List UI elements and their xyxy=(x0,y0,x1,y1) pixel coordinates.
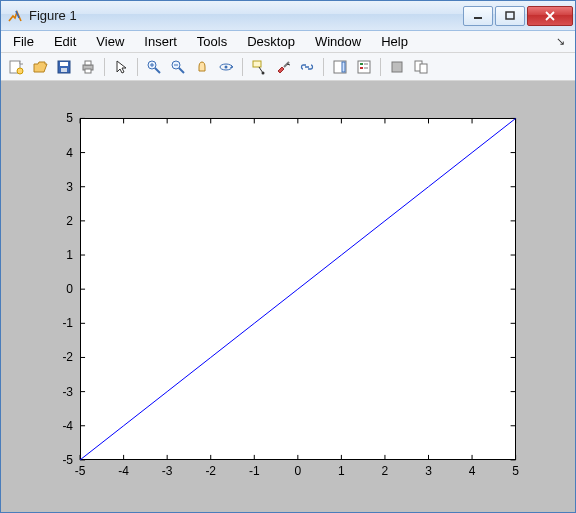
toolbar-separator xyxy=(380,58,381,76)
y-tick-label: -1 xyxy=(62,316,73,330)
menu-desktop[interactable]: Desktop xyxy=(237,32,305,51)
svg-point-18 xyxy=(225,65,228,68)
x-tick-label: 5 xyxy=(512,464,519,478)
svg-line-11 xyxy=(155,68,160,73)
svg-rect-23 xyxy=(342,62,345,72)
svg-rect-6 xyxy=(61,68,67,72)
x-tick-label: -1 xyxy=(249,464,260,478)
print-icon[interactable] xyxy=(77,56,99,78)
toolbar xyxy=(1,53,575,81)
pan-icon[interactable] xyxy=(191,56,213,78)
svg-rect-26 xyxy=(360,67,363,69)
x-tick-label: 0 xyxy=(294,464,301,478)
legend-icon[interactable] xyxy=(353,56,375,78)
x-tick-label: 2 xyxy=(382,464,389,478)
y-tick-label: -4 xyxy=(62,419,73,433)
show-plot-tools-icon[interactable] xyxy=(410,56,432,78)
maximize-button[interactable] xyxy=(495,6,525,26)
y-tick-label: 1 xyxy=(66,248,73,262)
y-tick-label: 0 xyxy=(66,282,73,296)
toolbar-separator xyxy=(323,58,324,76)
y-tick-label: 4 xyxy=(66,146,73,160)
datacursor-icon[interactable] xyxy=(248,56,270,78)
rotate3d-icon[interactable] xyxy=(215,56,237,78)
y-tick-label: 3 xyxy=(66,180,73,194)
svg-point-3 xyxy=(17,68,23,74)
toolbar-separator xyxy=(104,58,105,76)
x-tick-label: 4 xyxy=(469,464,476,478)
menu-file[interactable]: File xyxy=(3,32,44,51)
svg-rect-9 xyxy=(85,69,91,73)
matlab-icon xyxy=(7,8,23,24)
dock-arrow-icon[interactable]: ↘ xyxy=(556,35,573,48)
svg-line-15 xyxy=(179,68,184,73)
axes[interactable]: -5-4-3-2-1012345-5-4-3-2-1012345 xyxy=(7,87,569,506)
titlebar[interactable]: Figure 1 xyxy=(1,1,575,31)
save-icon[interactable] xyxy=(53,56,75,78)
svg-rect-19 xyxy=(253,61,261,67)
brush-icon[interactable] xyxy=(272,56,294,78)
window-controls xyxy=(461,6,573,26)
svg-rect-31 xyxy=(420,64,427,73)
hide-plot-tools-icon[interactable] xyxy=(386,56,408,78)
x-tick-label: -2 xyxy=(205,464,216,478)
menu-help[interactable]: Help xyxy=(371,32,418,51)
svg-rect-25 xyxy=(360,63,363,65)
menubar: File Edit View Insert Tools Desktop Wind… xyxy=(1,31,575,53)
figure-window: Figure 1 File Edit View Insert Tools Des… xyxy=(0,0,576,513)
menu-view[interactable]: View xyxy=(86,32,134,51)
y-tick-label: 2 xyxy=(66,214,73,228)
svg-rect-29 xyxy=(392,62,402,72)
menu-insert[interactable]: Insert xyxy=(134,32,187,51)
zoom-out-icon[interactable] xyxy=(167,56,189,78)
svg-rect-24 xyxy=(358,61,370,73)
x-tick-label: 1 xyxy=(338,464,345,478)
x-tick-label: 3 xyxy=(425,464,432,478)
svg-point-20 xyxy=(262,71,265,74)
minimize-button[interactable] xyxy=(463,6,493,26)
svg-rect-8 xyxy=(85,61,91,65)
menu-tools[interactable]: Tools xyxy=(187,32,237,51)
svg-rect-1 xyxy=(506,12,514,19)
y-tick-label: -3 xyxy=(62,385,73,399)
y-tick-label: -5 xyxy=(62,453,73,467)
toolbar-separator xyxy=(137,58,138,76)
menu-window[interactable]: Window xyxy=(305,32,371,51)
y-tick-label: -2 xyxy=(62,350,73,364)
menu-edit[interactable]: Edit xyxy=(44,32,86,51)
x-tick-label: -4 xyxy=(118,464,129,478)
figure-canvas[interactable]: -5-4-3-2-1012345-5-4-3-2-1012345 xyxy=(1,81,575,512)
pointer-icon[interactable] xyxy=(110,56,132,78)
open-icon[interactable] xyxy=(29,56,51,78)
toolbar-separator xyxy=(242,58,243,76)
window-title: Figure 1 xyxy=(29,8,461,23)
svg-rect-5 xyxy=(60,62,68,66)
colorbar-icon[interactable] xyxy=(329,56,351,78)
close-button[interactable] xyxy=(527,6,573,26)
y-tick-label: 5 xyxy=(66,111,73,125)
zoom-in-icon[interactable] xyxy=(143,56,165,78)
new-figure-icon[interactable] xyxy=(5,56,27,78)
x-tick-label: -5 xyxy=(75,464,86,478)
x-tick-label: -3 xyxy=(162,464,173,478)
link-icon[interactable] xyxy=(296,56,318,78)
